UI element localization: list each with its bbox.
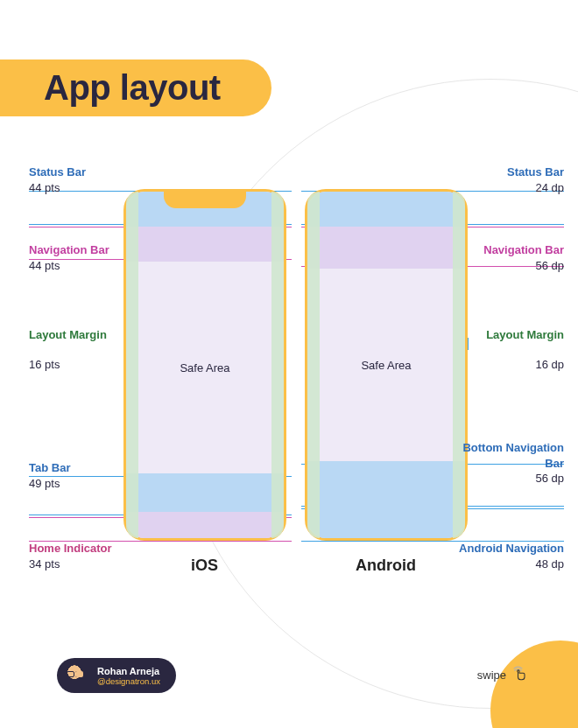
ios-left-margin <box>126 192 138 538</box>
label-title: Layout Margin <box>29 328 107 341</box>
ios-status-bar-label: Status Bar 44 pts <box>29 164 86 195</box>
label-value: 34 pts <box>29 556 112 572</box>
ios-tab-bar-label: Tab Bar 49 pts <box>29 460 70 491</box>
label-title: Status Bar <box>29 165 86 178</box>
label-title: Layout Margin <box>486 328 564 341</box>
label-value: 16 dp <box>486 357 564 373</box>
label-value: 56 dp <box>483 258 564 274</box>
android-status-bar-label: Status Bar 24 dp <box>507 164 564 195</box>
label-title: Bottom Navigation Bar <box>462 441 564 470</box>
android-navigation-bar-region <box>307 227 465 269</box>
android-bottom-nav-region <box>307 461 465 503</box>
swipe-icon <box>511 664 527 686</box>
label-value: 56 dp <box>459 471 564 486</box>
label-value: 44 pts <box>29 258 109 274</box>
author-chip[interactable]: Rohan Arneja @designatron.ux <box>57 658 176 693</box>
diagram-stage: Safe Area Safe Area Status Bar 44 pts Na… <box>0 164 578 593</box>
android-status-bar-region <box>307 192 465 227</box>
page-title: App layout <box>44 68 221 108</box>
label-value: 48 dp <box>459 556 564 572</box>
android-navigation-region <box>307 503 465 538</box>
ios-safe-area: Safe Area <box>126 262 284 473</box>
author-handle: @designatron.ux <box>97 676 160 686</box>
ios-tab-bar-region <box>126 473 284 512</box>
label-title: Status Bar <box>507 165 564 178</box>
android-layout-margin-label: Layout Margin 16 dp <box>486 327 564 372</box>
android-left-margin <box>307 192 320 538</box>
ios-navigation-bar-region <box>126 227 284 262</box>
android-phone-frame: Safe Area <box>305 189 468 541</box>
android-bottom-nav-label: Bottom Navigation Bar 56 dp <box>459 440 564 486</box>
android-os-label: Android <box>356 556 416 575</box>
android-safe-area: Safe Area <box>307 269 465 461</box>
label-value: 44 pts <box>29 180 86 196</box>
ios-home-indicator-label: Home Indicator 34 pts <box>29 541 112 571</box>
swipe-hint[interactable]: swipe <box>477 664 527 686</box>
author-name: Rohan Arneja <box>97 666 160 676</box>
label-title: Android Navigation <box>459 542 564 555</box>
heading-pill: App layout <box>0 60 271 116</box>
label-value: 24 dp <box>507 180 564 196</box>
ios-home-indicator-region <box>126 512 284 538</box>
ios-os-label: iOS <box>191 556 218 575</box>
author-text: Rohan Arneja @designatron.ux <box>97 666 160 686</box>
android-navigation-label: Android Navigation 48 dp <box>459 541 564 571</box>
label-title: Home Indicator <box>29 542 112 555</box>
android-nav-bar-label: Navigation Bar 56 dp <box>483 242 564 273</box>
label-title: Navigation Bar <box>29 243 109 256</box>
ios-nav-bar-label: Navigation Bar 44 pts <box>29 242 109 273</box>
ios-phone-frame: Safe Area <box>123 189 286 541</box>
swipe-label: swipe <box>477 668 506 682</box>
ios-layout-margin-label: Layout Margin 16 pts <box>29 327 107 372</box>
label-value: 16 pts <box>29 357 107 373</box>
label-value: 49 pts <box>29 476 70 492</box>
android-margin-right-guide <box>468 338 469 350</box>
avatar <box>60 662 88 690</box>
ios-notch <box>164 189 246 208</box>
ios-right-margin <box>271 192 284 538</box>
label-title: Tab Bar <box>29 461 70 474</box>
label-title: Navigation Bar <box>483 243 564 256</box>
